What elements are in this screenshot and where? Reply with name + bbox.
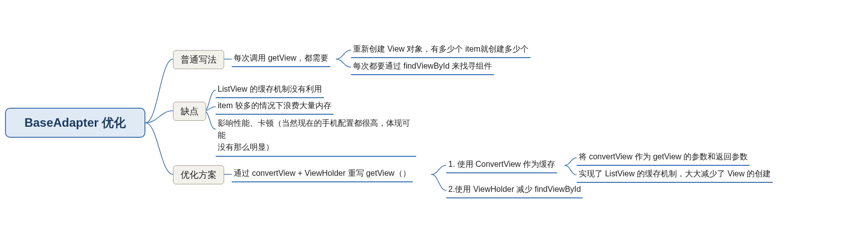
cons-c2[interactable]: item 较多的情况下浪费大量内存 — [216, 99, 333, 115]
plan-s1a[interactable]: 将 convertView 作为 getView 的参数和返回参数 — [577, 150, 750, 166]
normal-sub1-text: 重新创建 View 对象，有多少个 item就创建多少个 — [353, 45, 529, 53]
plan-intro[interactable]: 通过 convertView + ViewHolder 重写 getView（） — [232, 167, 413, 182]
branch-normal-label: 普通写法 — [181, 55, 217, 65]
cons-c3[interactable]: 影响性能、卡顿（当然现在的手机配置都很高，体现可能 没有那么明显） — [216, 116, 416, 157]
plan-s1b-text: 实现了 ListView 的缓存机制，大大减少了 View 的创建 — [579, 169, 771, 178]
mindmap-canvas: BaseAdapter 优化 普通写法 每次调用 getView，都需要 重新创… — [0, 0, 868, 251]
plan-s1b[interactable]: 实现了 ListView 的缓存机制，大大减少了 View 的创建 — [577, 167, 773, 183]
cons-c3-line1: 影响性能、卡顿（当然现在的手机配置都很高，体现可能 — [218, 119, 410, 139]
branch-normal[interactable]: 普通写法 — [173, 50, 224, 69]
normal-sub2[interactable]: 每次都要通过 findViewById 来找寻组件 — [351, 60, 494, 75]
normal-intro-text: 每次调用 getView，都需要 — [234, 54, 328, 62]
branch-plan[interactable]: 优化方案 — [173, 165, 224, 184]
plan-s2-text: 2.使用 ViewHolder 减少 findViewById — [448, 185, 581, 193]
plan-intro-text: 通过 convertView + ViewHolder 重写 getView（） — [234, 169, 411, 177]
normal-intro[interactable]: 每次调用 getView，都需要 — [232, 52, 330, 67]
plan-s1[interactable]: 1. 使用 ConvertView 作为缓存 — [446, 158, 557, 173]
plan-s1a-text: 将 convertView 作为 getView 的参数和返回参数 — [579, 152, 748, 161]
cons-c1[interactable]: ListView 的缓存机制没有利用 — [216, 83, 324, 98]
cons-c1-text: ListView 的缓存机制没有利用 — [218, 85, 322, 93]
branch-cons-label: 缺点 — [181, 106, 199, 116]
root-label: BaseAdapter 优化 — [25, 115, 126, 131]
branch-cons[interactable]: 缺点 — [173, 102, 206, 121]
normal-sub1[interactable]: 重新创建 View 对象，有多少个 item就创建多少个 — [351, 43, 531, 58]
plan-s1-text: 1. 使用 ConvertView 作为缓存 — [448, 160, 555, 168]
cons-c3-line2: 没有那么明显） — [218, 143, 274, 151]
plan-s2[interactable]: 2.使用 ViewHolder 减少 findViewById — [446, 183, 583, 198]
normal-sub2-text: 每次都要通过 findViewById 来找寻组件 — [353, 62, 492, 70]
branch-plan-label: 优化方案 — [181, 170, 217, 180]
root-node[interactable]: BaseAdapter 优化 — [5, 108, 145, 138]
cons-c2-text: item 较多的情况下浪费大量内存 — [218, 101, 331, 110]
